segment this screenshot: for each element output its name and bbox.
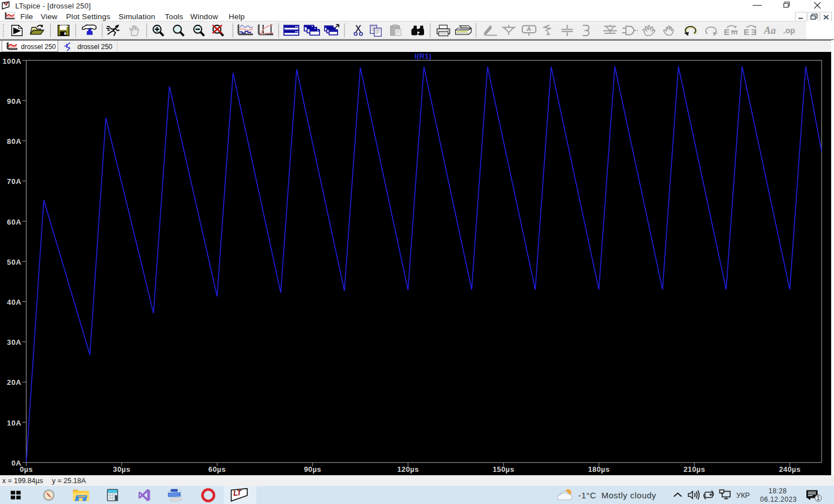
svg-text:70A: 70A <box>7 177 21 186</box>
svg-text:210µs: 210µs <box>683 465 705 474</box>
svg-text:10A: 10A <box>7 419 21 427</box>
svg-text:E: E <box>744 27 749 37</box>
svg-text:1: 1 <box>816 494 820 501</box>
svg-text:100A: 100A <box>3 57 21 65</box>
svg-text:120µs: 120µs <box>397 465 418 474</box>
svg-text:60A: 60A <box>7 218 21 226</box>
svg-text:50A: 50A <box>7 258 21 266</box>
svg-text:I(R1): I(R1) <box>414 52 431 60</box>
svg-text:90µs: 90µs <box>304 465 321 474</box>
svg-text:Aa: Aa <box>763 25 776 36</box>
svg-text:60µs: 60µs <box>208 465 226 474</box>
svg-text:30A: 30A <box>7 338 21 347</box>
svg-text:20A: 20A <box>7 378 21 387</box>
svg-text:150µs: 150µs <box>492 465 514 474</box>
svg-text:40A: 40A <box>7 298 21 306</box>
svg-text:180µs: 180µs <box>588 465 609 474</box>
svg-text:Ǝ: Ǝ <box>751 27 757 37</box>
svg-text:240µs: 240µs <box>779 465 800 474</box>
svg-text:80A: 80A <box>7 137 21 146</box>
svg-text:90A: 90A <box>7 97 21 106</box>
svg-text:30µs: 30µs <box>113 465 130 474</box>
svg-text:0µs: 0µs <box>20 465 33 474</box>
svg-text:E: E <box>724 27 730 37</box>
svg-text:.op: .op <box>783 26 795 35</box>
